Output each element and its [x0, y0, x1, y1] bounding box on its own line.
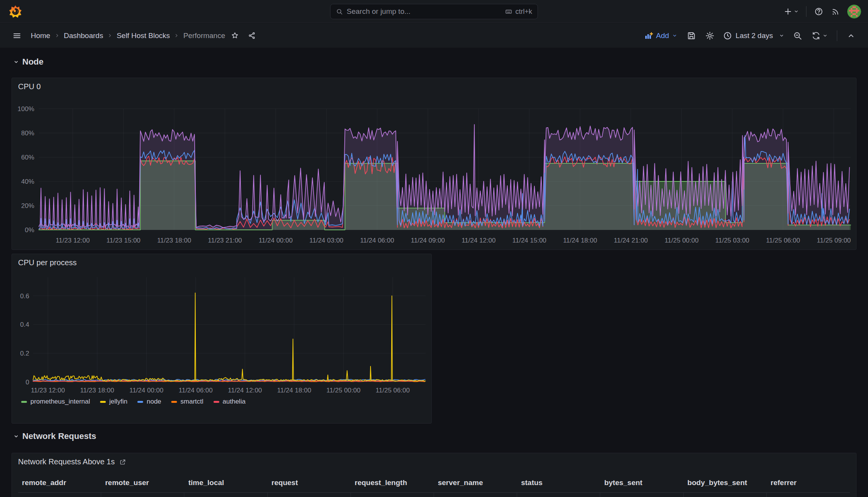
cpu0-chart-canvas[interactable]: 0%20%40%60%80%100%11/23 12:0011/23 15:00… [12, 78, 856, 249]
table-header-status[interactable]: status [517, 475, 600, 492]
help-button[interactable] [810, 3, 827, 20]
svg-text:0%: 0% [25, 226, 34, 234]
svg-text:11/24 06:00: 11/24 06:00 [360, 237, 394, 244]
panel-network-requests-table: Network Requests Above 1s remote_addrrem… [12, 453, 856, 497]
table-header-referrer[interactable]: referrer [767, 475, 850, 492]
new-menu-button[interactable] [780, 3, 802, 20]
table-cell: GET /jellyfin/socket HTTP/1.1 [268, 493, 351, 497]
legend-label: jellyfin [109, 398, 127, 406]
svg-text:11/25 09:00: 11/25 09:00 [817, 237, 851, 244]
legend-color-chip [171, 401, 177, 403]
table-cell: 1088 [600, 493, 683, 497]
table-header-server_name[interactable]: server_name [434, 475, 517, 492]
svg-text:11/24 21:00: 11/24 21:00 [614, 237, 648, 244]
section-title: Node [22, 57, 43, 67]
panel-title[interactable]: CPU per process [18, 258, 77, 267]
avatar [847, 5, 861, 18]
svg-text:11/25 00:00: 11/25 00:00 [664, 237, 699, 244]
svg-text:60%: 60% [21, 154, 34, 161]
mega-menu-toggle[interactable] [8, 27, 25, 44]
svg-text:11/24 09:00: 11/24 09:00 [411, 237, 445, 244]
search-input[interactable]: Search or jump to... ctrl+k [330, 4, 538, 19]
legend-label: prometheus_internal [30, 398, 90, 406]
breadcrumb: Home Dashboards Self Host Blocks Perform… [31, 32, 225, 40]
svg-text:0.4: 0.4 [20, 321, 29, 328]
search-icon [336, 8, 343, 15]
grafana-logo-icon [9, 5, 22, 18]
table-header-request[interactable]: request [268, 475, 351, 492]
svg-text:11/24 03:00: 11/24 03:00 [309, 237, 344, 244]
time-range-picker[interactable]: Last 2 days [720, 31, 788, 40]
add-panel-button[interactable]: Add [644, 31, 678, 40]
external-link-icon[interactable] [119, 459, 126, 465]
svg-text:100%: 100% [18, 105, 34, 113]
table-row: 192.168.50.10124/Nov/2023:00:04:18 +0100… [18, 492, 850, 497]
keyboard-icon [505, 8, 512, 15]
favorite-star-button[interactable] [227, 27, 242, 44]
table-cell [101, 493, 184, 497]
table-header-bytes_sent[interactable]: bytes_sent [600, 475, 683, 492]
svg-text:40%: 40% [21, 178, 34, 185]
save-dashboard-button[interactable] [683, 27, 700, 44]
dashboard-toolbar: Home Dashboards Self Host Blocks Perform… [0, 23, 868, 48]
user-avatar-button[interactable] [847, 5, 861, 18]
share-button[interactable] [244, 27, 259, 44]
news-button[interactable] [827, 3, 844, 20]
legend-item-jellyfin[interactable]: jellyfin [100, 398, 127, 406]
zoom-out-time-button[interactable] [789, 27, 806, 44]
svg-text:11/23 18:00: 11/23 18:00 [157, 237, 191, 244]
svg-text:0.6: 0.6 [20, 293, 29, 300]
collapse-toolbar-button[interactable] [843, 27, 860, 44]
table-cell: 101 [517, 493, 600, 497]
svg-text:11/24 18:00: 11/24 18:00 [277, 387, 311, 394]
table-header-time_local[interactable]: time_local [184, 475, 267, 492]
table-cell: 192.168.50.101 [18, 493, 101, 497]
table-header-remote_user[interactable]: remote_user [101, 475, 184, 492]
legend-color-chip [21, 401, 27, 403]
svg-text:11/23 12:00: 11/23 12:00 [56, 237, 90, 244]
clock-icon [723, 31, 732, 40]
section-title: Network Requests [22, 431, 96, 441]
chart-legend: prometheus_internaljellyfinnodesmartctla… [21, 398, 245, 406]
breadcrumb-dashboards[interactable]: Dashboards [64, 32, 103, 40]
table-header-request_length[interactable]: request_length [351, 475, 434, 492]
svg-text:0: 0 [26, 379, 29, 386]
panel-cpu-per-process: CPU per process 00.20.40.611/23 12:0011/… [12, 254, 432, 424]
legend-label: node [147, 398, 161, 406]
table-cell: jellyfin.example.com [434, 493, 517, 497]
svg-text:11/24 00:00: 11/24 00:00 [259, 237, 293, 244]
svg-text:11/25 03:00: 11/25 03:00 [715, 237, 749, 244]
chevron-right-icon [54, 33, 60, 38]
chevron-down-icon [779, 33, 785, 38]
svg-text:11/24 18:00: 11/24 18:00 [563, 237, 597, 244]
table-header-body_bytes_sent[interactable]: body_bytes_sent [684, 475, 767, 492]
panel-title[interactable]: Network Requests Above 1s [18, 457, 126, 466]
table-cell: 24/Nov/2023:00:04:18 +0100 [184, 493, 267, 497]
network-requests-table: remote_addrremote_usertime_localrequestr… [18, 475, 850, 497]
legend-item-smartctl[interactable]: smartctl [171, 398, 204, 406]
legend-item-authelia[interactable]: authelia [214, 398, 246, 406]
row-node-toggle[interactable]: Node [13, 57, 43, 67]
svg-text:11/23 12:00: 11/23 12:00 [31, 387, 65, 394]
legend-color-chip [214, 401, 219, 403]
svg-text:11/25 06:00: 11/25 06:00 [376, 387, 410, 394]
legend-item-node[interactable]: node [137, 398, 161, 406]
breadcrumb-current: Performance [183, 32, 225, 40]
chevron-down-icon [13, 59, 19, 65]
grafana-home-button[interactable] [7, 3, 24, 20]
dashboard-settings-button[interactable] [701, 27, 718, 44]
search-shortcut: ctrl+k [505, 8, 532, 16]
refresh-button[interactable] [808, 27, 831, 44]
svg-text:11/24 06:00: 11/24 06:00 [179, 387, 213, 394]
svg-text:11/23 18:00: 11/23 18:00 [80, 387, 114, 394]
svg-text:11/23 15:00: 11/23 15:00 [107, 237, 141, 244]
toolbar-divider [837, 30, 837, 41]
table-header-remote_addr[interactable]: remote_addr [18, 475, 101, 492]
panel-title[interactable]: CPU 0 [18, 82, 41, 91]
breadcrumb-home[interactable]: Home [31, 32, 50, 40]
row-network-requests-toggle[interactable]: Network Requests [13, 431, 96, 441]
breadcrumb-folder[interactable]: Self Host Blocks [117, 32, 170, 40]
legend-item-prometheus_internal[interactable]: prometheus_internal [21, 398, 90, 406]
legend-label: smartctl [180, 398, 204, 406]
svg-text:0.2: 0.2 [20, 350, 29, 357]
